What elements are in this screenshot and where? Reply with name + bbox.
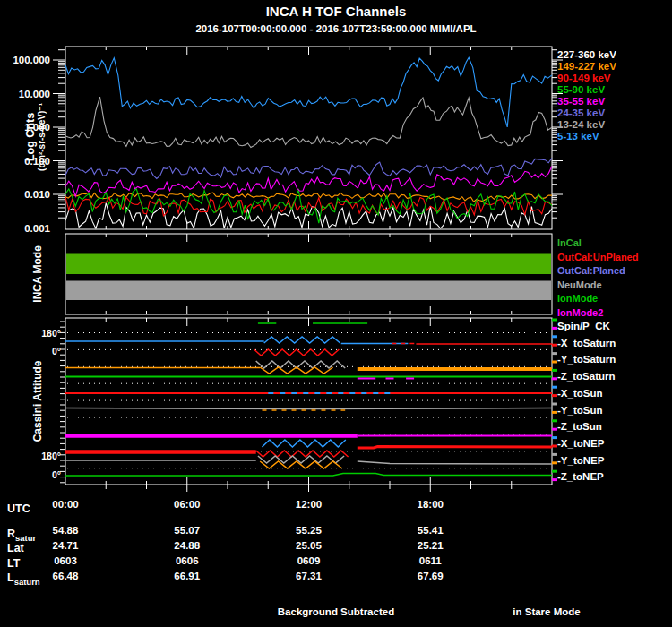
legend-entry-ZtoSun: -Z_toSun xyxy=(557,421,602,432)
attitude-zigzag xyxy=(263,440,346,447)
attitude-zigzag xyxy=(256,451,349,457)
panel1-ytick-label: 10.000 xyxy=(19,89,50,99)
row-label-main: R xyxy=(7,528,15,540)
ephemeris-value: 67.69 xyxy=(394,571,466,581)
attitude-zigzag xyxy=(254,349,339,356)
row-label-main: LT xyxy=(7,557,20,570)
mode-bar-NeuMode xyxy=(66,281,551,301)
attitude-segment xyxy=(65,408,552,409)
panel1-ytick-label: 0.010 xyxy=(24,189,50,200)
legend-entry-90-149keV: 90-149 keV xyxy=(557,73,611,83)
legend-entry-IonMode: IonMode xyxy=(557,293,598,304)
ephemeris-value: 0603 xyxy=(30,555,101,566)
legend-entry-5-13keV: 5-13 keV xyxy=(557,131,599,142)
mode-bar-IonMode xyxy=(66,254,551,275)
legend-entry-IonMode2: IonMode2 xyxy=(557,307,603,318)
legend-entry-SpinPCK: Spin/P_CK xyxy=(557,321,610,331)
panel1-ytick-label: 100.000 xyxy=(13,55,50,65)
attitude-zigzag xyxy=(264,337,340,343)
ephemeris-value: 24.71 xyxy=(30,540,101,551)
ephemeris-value: 67.31 xyxy=(273,571,345,581)
series-13-24keV xyxy=(65,97,552,147)
legend-entry-OutCalUnPlaned: OutCal:UnPlaned xyxy=(557,252,638,262)
legend-entry-35-55keV: 35-55 keV xyxy=(557,96,605,107)
series-35-55keV xyxy=(65,166,552,196)
attitude-segment xyxy=(65,474,552,477)
ephemeris-value: 66.48 xyxy=(30,571,101,581)
ephemeris-value: 66.91 xyxy=(151,571,223,581)
ephemeris-value: 55.41 xyxy=(394,525,466,536)
legend-entry-ZtoSaturn: -Z_toSaturn xyxy=(557,371,616,382)
panel3-ytick-label: 180° xyxy=(41,328,61,339)
attitude-segment xyxy=(358,447,552,449)
panel3-ytick-label: 0° xyxy=(52,469,61,480)
utc-tick-label: 00:00 xyxy=(52,499,78,510)
legend-entry-13-24keV: 13-24 keV xyxy=(557,119,605,130)
ephemeris-value: 25.05 xyxy=(273,540,345,551)
legend-entry-YtoSaturn: -Y_toSaturn xyxy=(557,354,616,365)
legend-entry-24-35keV: 24-35 keV xyxy=(557,107,605,118)
ephemeris-value: 24.88 xyxy=(151,540,223,551)
ephemeris-row-label-Lat: Lat xyxy=(7,542,24,554)
legend-entry-XtoSun: -X_toSun xyxy=(557,388,602,399)
panel1-ytick-label: 1.000 xyxy=(24,122,50,133)
panel1-ytick-label: 0.001 xyxy=(24,223,50,234)
legend-entry-XtoNEP: -X_toNEP xyxy=(557,438,605,449)
panel1-ytick-label: 0.100 xyxy=(24,156,50,167)
ephemeris-value: 55.25 xyxy=(273,525,345,536)
legend-entry-XtoSaturn: -X_toSaturn xyxy=(557,338,616,348)
row-label-main: Lat xyxy=(7,542,24,554)
ephemeris-value: 0606 xyxy=(151,555,223,566)
legend-entry-227-360keV: 227-360 keV xyxy=(557,49,616,60)
legend-entry-NeuMode: NeuMode xyxy=(557,279,602,290)
legend-entry-ZtoNEP: -Z_toNEP xyxy=(557,471,604,482)
attitude-segment xyxy=(358,461,552,464)
utc-tick-label: 18:00 xyxy=(418,499,444,510)
plot-window: INCA H TOF Channels 2016-107T00:00:00.00… xyxy=(0,0,672,627)
legend-entry-149-227keV: 149-227 keV xyxy=(557,61,616,72)
legend-entry-InCal: InCal xyxy=(557,237,582,248)
legend-entry-YtoNEP: -Y_toNEP xyxy=(557,455,605,466)
ephemeris-value: 0611 xyxy=(394,555,466,566)
legend-entry-55-90keV: 55-90 keV xyxy=(557,84,605,95)
utc-tick-label: 06:00 xyxy=(174,499,200,510)
series-5-13keV xyxy=(65,57,552,127)
panel3-ytick-label: 0° xyxy=(52,346,61,356)
legend-entry-OutCalPlaned: OutCal:Planed xyxy=(557,265,625,276)
utc-tick-label: 12:00 xyxy=(296,499,322,510)
ephemeris-value: 54.88 xyxy=(30,525,101,536)
ephemeris-value: 0609 xyxy=(273,555,345,566)
row-label-main: L xyxy=(7,571,14,584)
ephemeris-value: 55.07 xyxy=(151,525,223,536)
footer-stare-mode: in Stare Mode xyxy=(475,606,618,617)
utc-axis-label: UTC xyxy=(7,502,30,515)
series-24-35keV xyxy=(65,158,552,178)
footer-background-subtracted: Background Subtracted xyxy=(224,606,448,617)
panel3-ytick-label: 180° xyxy=(41,451,61,461)
legend-entry-YtoSun: -Y_toSun xyxy=(557,405,602,416)
ephemeris-value: 25.21 xyxy=(394,540,466,551)
attitude-zigzag xyxy=(256,361,346,368)
ephemeris-row-label-LT: LT xyxy=(7,557,20,570)
